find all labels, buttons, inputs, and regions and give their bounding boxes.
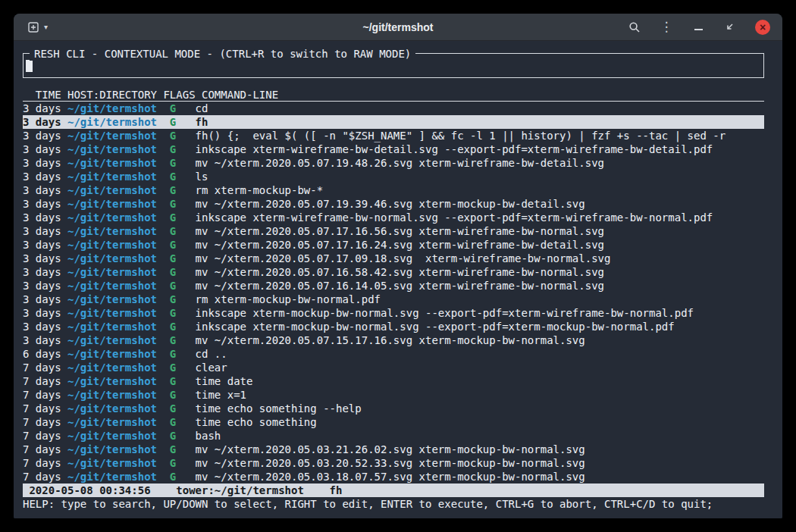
history-row[interactable]: 3 days~/git/termshotGmv ~/xterm.2020.05.… bbox=[23, 279, 764, 293]
history-flags: G bbox=[170, 388, 196, 402]
history-flags: G bbox=[170, 347, 196, 361]
titlebar: ▾ ~/git/termshot ⋮ bbox=[14, 14, 782, 41]
history-command: mv ~/xterm.2020.05.03.21.26.02.svg xterm… bbox=[196, 443, 585, 455]
history-time: 7 days bbox=[23, 415, 67, 429]
restore-icon bbox=[724, 21, 736, 33]
history-row[interactable]: 7 days~/git/termshotGmv ~/xterm.2020.05.… bbox=[23, 443, 764, 456]
history-directory: ~/git/termshot bbox=[67, 470, 170, 483]
minimize-button[interactable] bbox=[691, 20, 705, 34]
minimize-icon bbox=[694, 29, 703, 30]
history-row[interactable]: 3 days~/git/termshotGmv ~/xterm.2020.05.… bbox=[23, 238, 764, 252]
history-row[interactable]: 7 days~/git/termshotGtime echo something bbox=[23, 415, 764, 429]
close-button[interactable]: × bbox=[755, 20, 770, 35]
history-time: 3 days bbox=[23, 306, 67, 320]
history-command: mv ~/xterm.2020.05.07.16.14.05.svg xterm… bbox=[196, 280, 604, 292]
new-tab-button[interactable]: ▾ bbox=[27, 21, 48, 33]
history-directory: ~/git/termshot bbox=[67, 402, 170, 415]
history-directory: ~/git/termshot bbox=[67, 211, 170, 224]
history-directory: ~/git/termshot bbox=[67, 156, 170, 170]
history-flags: G bbox=[170, 279, 196, 293]
history-flags: G bbox=[170, 293, 196, 306]
history-command: inkscape xterm-mockup-bw-normal.svg --ex… bbox=[196, 321, 675, 333]
menu-button[interactable]: ⋮ bbox=[660, 20, 673, 34]
history-flags: G bbox=[170, 252, 196, 265]
history-time: 7 days bbox=[23, 456, 67, 470]
history-row[interactable]: 3 days~/git/termshotGinkscape xterm-wire… bbox=[23, 142, 764, 156]
history-flags: G bbox=[170, 142, 196, 156]
history-directory: ~/git/termshot bbox=[67, 129, 170, 142]
history-row[interactable]: 6 days~/git/termshotGcd .. bbox=[23, 347, 764, 361]
history-directory: ~/git/termshot bbox=[67, 333, 170, 347]
status-command: fh bbox=[330, 484, 343, 496]
history-command: bash bbox=[196, 430, 221, 442]
search-icon bbox=[628, 21, 641, 33]
history-row[interactable]: 3 days~/git/termshotGinkscape xterm-mock… bbox=[23, 320, 764, 333]
history-directory: ~/git/termshot bbox=[67, 361, 170, 374]
history-time: 3 days bbox=[23, 115, 67, 129]
history-flags: G bbox=[170, 265, 196, 279]
history-row[interactable]: 7 days~/git/termshotGtime echo something… bbox=[23, 402, 764, 415]
history-row[interactable]: 3 days~/git/termshotGfh() {; eval $( ([ … bbox=[23, 129, 764, 142]
history-flags: G bbox=[170, 402, 196, 415]
history-row[interactable]: 3 days~/git/termshotGfh bbox=[23, 115, 764, 129]
history-row[interactable]: 3 days~/git/termshotGmv ~/xterm.2020.05.… bbox=[23, 197, 764, 211]
history-time: 3 days bbox=[23, 129, 67, 142]
history-time: 7 days bbox=[23, 443, 67, 456]
history-row[interactable]: 3 days~/git/termshotGmv ~/xterm.2020.05.… bbox=[23, 224, 764, 238]
history-row[interactable]: 3 days~/git/termshotGmv ~/xterm.2020.05.… bbox=[23, 156, 764, 170]
history-command: rm xterm-mockup-bw-* bbox=[196, 184, 324, 196]
history-time: 3 days bbox=[23, 238, 67, 252]
history-row[interactable]: 3 days~/git/termshotGmv ~/xterm.2020.05.… bbox=[23, 252, 764, 265]
history-flags: G bbox=[170, 197, 196, 211]
history-command: mv ~/xterm.2020.05.07.17.09.18.svg xterm… bbox=[196, 252, 611, 264]
history-row[interactable]: 7 days~/git/termshotGbash bbox=[23, 429, 764, 443]
history-command: time x=1 bbox=[196, 389, 246, 401]
history-row[interactable]: 3 days~/git/termshotGmv ~/xterm.2020.05.… bbox=[23, 265, 764, 279]
history-row[interactable]: 3 days~/git/termshotGmv ~/xterm.2020.05.… bbox=[23, 333, 764, 347]
history-time: 7 days bbox=[23, 361, 67, 374]
history-time: 3 days bbox=[23, 156, 67, 170]
history-command: mv ~/xterm.2020.05.03.20.52.33.svg xterm… bbox=[196, 457, 585, 469]
history-command: inkscape xterm-wireframe-bw-detail.svg -… bbox=[196, 143, 713, 155]
history-flags: G bbox=[170, 470, 196, 483]
history-command: mv ~/xterm.2020.05.03.18.07.57.svg xterm… bbox=[196, 471, 585, 483]
history-command: inkscape xterm-mockup-bw-normal.svg --ex… bbox=[196, 307, 694, 319]
history-time: 3 days bbox=[23, 279, 67, 293]
history-row[interactable]: 7 days~/git/termshotGclear bbox=[23, 361, 764, 374]
history-row[interactable]: 7 days~/git/termshotGtime x=1 bbox=[23, 388, 764, 402]
history-command: time date bbox=[196, 375, 253, 387]
history-row[interactable]: 3 days~/git/termshotGls bbox=[23, 170, 764, 183]
resh-search-box[interactable]: RESH CLI - CONTEXTUAL MODE - (CTRL+R to … bbox=[23, 53, 764, 78]
history-flags: G bbox=[170, 443, 196, 456]
history-directory: ~/git/termshot bbox=[67, 388, 170, 402]
history-row[interactable]: 3 days~/git/termshotGinkscape xterm-wire… bbox=[23, 211, 764, 224]
history-command: inkscape xterm-wireframe-bw-normal.svg -… bbox=[196, 211, 713, 224]
history-directory: ~/git/termshot bbox=[67, 443, 170, 456]
history-row[interactable]: 3 days~/git/termshotGinkscape xterm-mock… bbox=[23, 306, 764, 320]
history-row[interactable]: 3 days~/git/termshotGrm xterm-mockup-bw-… bbox=[23, 293, 764, 306]
resh-mode-title: RESH CLI - CONTEXTUAL MODE - (CTRL+R to … bbox=[30, 47, 415, 61]
terminal-content: RESH CLI - CONTEXTUAL MODE - (CTRL+R to … bbox=[14, 42, 782, 518]
history-time: 6 days bbox=[23, 347, 67, 361]
history-row[interactable]: 3 days~/git/termshotGrm xterm-mockup-bw-… bbox=[23, 183, 764, 197]
history-row[interactable]: 7 days~/git/termshotGtime date bbox=[23, 374, 764, 388]
history-flags: G bbox=[170, 170, 196, 183]
history-table-header: TIME HOST:DIRECTORY FLAGS COMMAND-LINE bbox=[23, 88, 764, 102]
history-time: 3 days bbox=[23, 252, 67, 265]
history-row[interactable]: 3 days~/git/termshotGcd bbox=[23, 102, 764, 115]
history-time: 3 days bbox=[23, 211, 67, 224]
history-directory: ~/git/termshot bbox=[67, 142, 170, 156]
history-directory: ~/git/termshot bbox=[67, 347, 170, 361]
history-time: 3 days bbox=[23, 142, 67, 156]
history-flags: G bbox=[170, 456, 196, 470]
history-flags: G bbox=[170, 183, 196, 197]
history-row[interactable]: 7 days~/git/termshotGmv ~/xterm.2020.05.… bbox=[23, 456, 764, 470]
unmaximize-button[interactable] bbox=[723, 20, 737, 34]
history-row[interactable]: 7 days~/git/termshotGmv ~/xterm.2020.05.… bbox=[23, 470, 764, 483]
search-button[interactable] bbox=[628, 20, 641, 34]
help-line: HELP: type to search, UP/DOWN to select,… bbox=[23, 497, 781, 511]
history-directory: ~/git/termshot bbox=[67, 415, 170, 429]
history-directory: ~/git/termshot bbox=[67, 320, 170, 333]
terminal-window: ▾ ~/git/termshot ⋮ bbox=[14, 14, 782, 518]
history-flags: G bbox=[170, 211, 196, 224]
